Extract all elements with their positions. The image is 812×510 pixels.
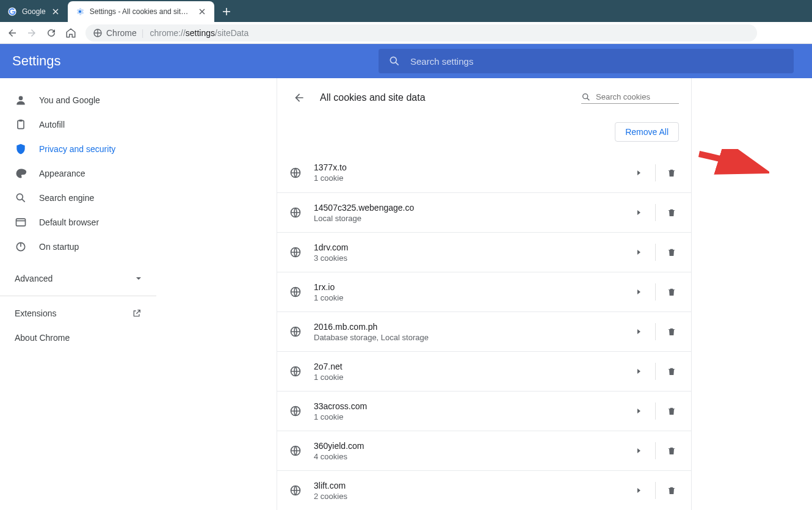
origin-label: Chrome <box>106 28 137 38</box>
delete-button[interactable] <box>664 485 679 496</box>
site-domain: 1377x.to <box>314 162 632 172</box>
sidebar-item-label: On startup <box>39 242 79 252</box>
main-panel: All cookies and site data Remove All 137… <box>277 78 692 510</box>
site-row[interactable]: 1drv.com 3 cookies <box>277 232 691 272</box>
site-row[interactable]: 1rx.io 1 cookie <box>277 272 691 311</box>
remove-all-button[interactable]: Remove All <box>615 122 679 142</box>
divider <box>0 296 156 296</box>
browser-tab-settings[interactable]: Settings - All cookies and site da <box>68 1 214 22</box>
sidebar-item-label: Default browser <box>39 217 99 227</box>
expand-icon[interactable] <box>632 249 647 255</box>
site-detail: Local storage <box>314 214 632 223</box>
svg-point-7 <box>16 194 23 200</box>
delete-button[interactable] <box>664 286 679 297</box>
search-settings-input[interactable] <box>410 56 784 67</box>
browser-tab-google[interactable]: Google <box>0 1 68 22</box>
site-domain: 1drv.com <box>314 242 632 252</box>
site-detail: 4 cookies <box>314 452 632 461</box>
divider <box>655 482 656 499</box>
site-detail: 1 cookie <box>314 173 632 183</box>
site-row[interactable]: 360yield.com 4 cookies <box>277 431 691 470</box>
globe-icon <box>289 167 302 179</box>
home-button[interactable] <box>62 24 79 42</box>
delete-button[interactable] <box>664 247 679 258</box>
search-icon <box>15 192 27 204</box>
site-detail: Database storage, Local storage <box>314 333 632 342</box>
search-cookies-input[interactable] <box>596 92 669 101</box>
search-settings-box[interactable] <box>379 49 794 73</box>
search-icon <box>581 92 591 102</box>
svg-rect-6 <box>20 120 23 122</box>
site-row[interactable]: 14507c325.webengage.co Local storage <box>277 192 691 232</box>
clipboard-icon <box>15 118 27 131</box>
site-domain: 14507c325.webengage.co <box>314 203 632 213</box>
close-icon[interactable] <box>51 7 60 16</box>
new-tab-button[interactable] <box>218 3 235 20</box>
site-row[interactable]: 33across.com 1 cookie <box>277 391 691 431</box>
site-domain: 1rx.io <box>314 282 632 292</box>
svg-point-3 <box>390 57 396 63</box>
sidebar-extensions[interactable]: Extensions <box>0 301 156 326</box>
site-detail: 1 cookie <box>314 373 632 382</box>
site-row[interactable]: 3lift.com 2 cookies <box>277 470 691 510</box>
divider <box>655 283 656 301</box>
sidebar-item-you-and-google[interactable]: You and Google <box>0 88 156 112</box>
globe-icon <box>289 445 302 457</box>
site-row[interactable]: 2016.mb.com.ph Database storage, Local s… <box>277 311 691 351</box>
site-domain: 2016.mb.com.ph <box>314 322 632 332</box>
divider <box>655 164 656 181</box>
globe-icon <box>289 206 302 219</box>
sidebar-item-label: Appearance <box>39 169 85 178</box>
back-arrow-button[interactable] <box>289 88 309 107</box>
site-row[interactable]: 1377x.to 1 cookie <box>277 153 691 192</box>
delete-button[interactable] <box>664 445 679 456</box>
url-text: chrome://settings/siteData <box>150 28 248 38</box>
expand-icon[interactable] <box>632 448 647 454</box>
sidebar-item-on-startup[interactable]: On startup <box>0 235 156 259</box>
delete-button[interactable] <box>664 326 679 337</box>
power-icon <box>15 241 27 253</box>
delete-button[interactable] <box>664 406 679 417</box>
sidebar-advanced-toggle[interactable]: Advanced <box>0 266 156 291</box>
expand-icon[interactable] <box>632 408 647 414</box>
delete-button[interactable] <box>664 366 679 377</box>
tab-title: Settings - All cookies and site da <box>90 7 192 16</box>
browser-icon <box>15 216 27 228</box>
tab-title: Google <box>22 7 46 16</box>
expand-icon[interactable] <box>632 329 647 335</box>
site-detail: 1 cookie <box>314 412 632 421</box>
sidebar-item-appearance[interactable]: Appearance <box>0 161 156 186</box>
search-cookies-box[interactable] <box>581 92 679 104</box>
globe-icon <box>289 326 302 338</box>
sidebar-item-label: Autofill <box>39 120 65 129</box>
delete-button[interactable] <box>664 167 679 178</box>
expand-icon[interactable] <box>632 209 647 216</box>
delete-button[interactable] <box>664 207 679 218</box>
sidebar-about-chrome[interactable]: About Chrome <box>0 326 156 350</box>
site-detail: 1 cookie <box>314 293 632 302</box>
globe-icon <box>289 246 302 258</box>
expand-icon[interactable] <box>632 170 647 176</box>
sidebar-item-default-browser[interactable]: Default browser <box>0 210 156 235</box>
back-button[interactable] <box>4 24 21 42</box>
sidebar-item-autofill[interactable]: Autofill <box>0 112 156 137</box>
expand-icon[interactable] <box>632 289 647 295</box>
sidebar-item-privacy[interactable]: Privacy and security <box>0 137 156 161</box>
palette-icon <box>15 167 27 180</box>
globe-icon <box>289 365 302 377</box>
sidebar-item-search-engine[interactable]: Search engine <box>0 186 156 210</box>
main-header: All cookies and site data <box>277 78 691 117</box>
forward-button[interactable] <box>23 24 40 42</box>
expand-icon[interactable] <box>632 368 647 374</box>
chevron-down-icon <box>136 275 142 282</box>
site-row[interactable]: 2o7.net 1 cookie <box>277 351 691 391</box>
reload-button[interactable] <box>43 24 60 42</box>
svg-point-10 <box>583 93 588 98</box>
divider <box>655 244 656 261</box>
browser-toolbar: Chrome | chrome://settings/siteData <box>0 22 812 44</box>
address-bar[interactable]: Chrome | chrome://settings/siteData <box>85 24 757 42</box>
close-icon[interactable] <box>197 7 207 16</box>
site-info-icon <box>93 28 103 38</box>
globe-icon <box>289 286 302 298</box>
expand-icon[interactable] <box>632 487 647 494</box>
